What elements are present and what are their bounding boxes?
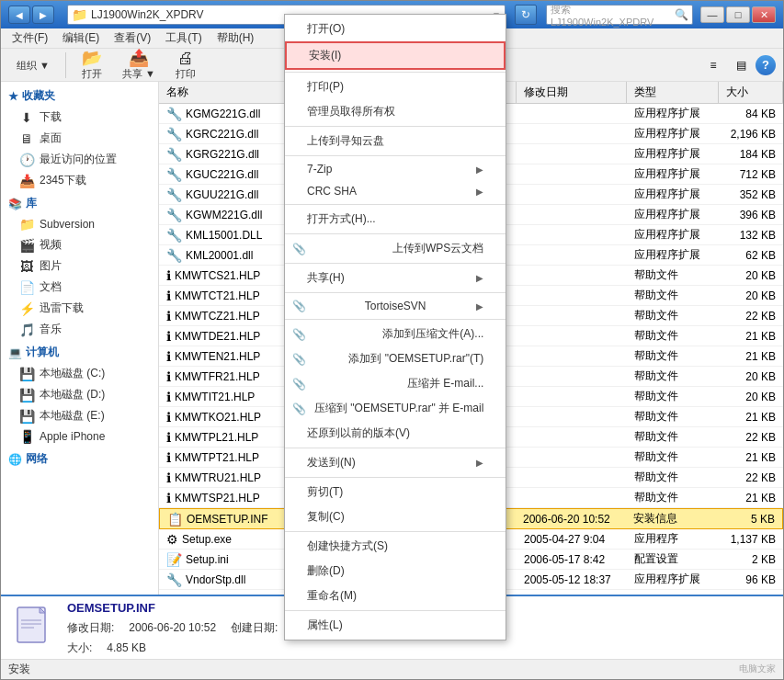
submenu-arrow-icon: ▶: [476, 187, 483, 197]
music-icon: 🎵: [19, 323, 34, 337]
open-button[interactable]: 📂 打开: [74, 47, 110, 84]
search-icon[interactable]: 🔍: [675, 8, 688, 21]
context-menu-item-18[interactable]: 复制(C): [285, 504, 506, 529]
sidebar-item-pictures[interactable]: 🖼 图片: [1, 255, 158, 277]
sidebar-item-2345[interactable]: 📥 2345下载: [1, 170, 158, 191]
pictures-icon: 🖼: [19, 259, 34, 274]
context-menu-item-21[interactable]: 重命名(M): [285, 584, 506, 608]
sidebar-item-drive-d[interactable]: 💾 本地磁盘 (D:): [1, 384, 158, 405]
file-size-cell: 96 KB: [719, 570, 783, 589]
file-name: KMWTKO21.HLP: [175, 411, 261, 424]
share-button[interactable]: 📤 共享 ▼: [114, 47, 164, 84]
file-name: KMWTSP21.HLP: [175, 492, 260, 504]
context-menu-item-15[interactable]: 还原到以前的版本(V): [285, 421, 506, 446]
sidebar-item-downloads[interactable]: ⬇ 下载: [1, 107, 158, 128]
ctx-item-icon: 📎: [292, 402, 311, 415]
file-type-cell: 帮助文件: [627, 468, 719, 487]
context-menu-item-16[interactable]: 发送到(N)▶: [285, 450, 506, 475]
file-size-cell: 20 KB: [719, 286, 783, 305]
file-type-icon: ℹ: [166, 369, 171, 384]
context-menu-item-1[interactable]: 安装(I): [285, 41, 506, 70]
refresh-button[interactable]: ↻: [515, 5, 537, 25]
context-menu-item-17[interactable]: 剪切(T): [285, 480, 506, 504]
minimize-button[interactable]: —: [700, 6, 724, 23]
menu-file[interactable]: 文件(F): [5, 28, 55, 48]
context-menu-item-12[interactable]: 📎添加到 "OEMSETUP.rar"(T): [285, 346, 506, 371]
maximize-button[interactable]: □: [726, 6, 750, 23]
context-menu-item-19[interactable]: 创建快捷方式(S): [285, 534, 506, 559]
print-button[interactable]: 🖨 打印: [167, 47, 204, 84]
sidebar-item-subversion[interactable]: 📁 Subversion: [1, 214, 158, 234]
file-date-cell: [517, 407, 627, 426]
file-name: KMWTCZ21.HLP: [175, 310, 260, 323]
context-menu-item-2[interactable]: 打印(P): [285, 74, 506, 99]
back-button[interactable]: ◀: [8, 6, 30, 24]
organize-button[interactable]: 组织 ▼: [8, 55, 58, 75]
iphone-icon: 📱: [19, 429, 34, 444]
sidebar-favorites-header[interactable]: ★ 收藏夹: [1, 85, 158, 107]
context-menu-item-3[interactable]: 管理员取得所有权: [285, 99, 506, 124]
context-menu-item-9[interactable]: 共享(H)▶: [285, 266, 506, 290]
menu-tools[interactable]: 工具(T): [158, 28, 209, 48]
context-menu-item-22[interactable]: 属性(L): [285, 613, 506, 638]
file-type-cell: 应用程序扩展: [627, 225, 719, 244]
file-type-cell: 应用程序扩展: [627, 164, 719, 184]
recent-icon: 🕐: [19, 153, 34, 167]
header-type[interactable]: 类型: [627, 82, 719, 103]
file-type-icon: 📋: [167, 512, 183, 527]
ctx-item-label: 打印(P): [307, 79, 344, 95]
file-size-cell: 712 KB: [719, 164, 783, 184]
sidebar-network-section: 🌐 网络: [1, 448, 158, 470]
sidebar-item-desktop[interactable]: 🖥 桌面: [1, 128, 158, 149]
view-details-button[interactable]: ▤: [728, 52, 754, 78]
ctx-item-label: 管理员取得所有权: [307, 104, 395, 119]
sidebar-item-thunder[interactable]: ⚡ 迅雷下载: [1, 298, 158, 319]
sidebar-item-documents[interactable]: 📄 文档: [1, 277, 158, 298]
forward-button[interactable]: ▶: [32, 6, 54, 24]
file-type-icon: ℹ: [166, 329, 171, 344]
sidebar-computer-header[interactable]: 💻 计算机: [1, 342, 158, 363]
menu-edit[interactable]: 编辑(E): [55, 28, 107, 48]
context-menu-item-10[interactable]: 📎TortoiseSVN▶: [285, 295, 506, 317]
context-menu-item-4[interactable]: 上传到寻知云盘: [285, 129, 506, 153]
file-name: KML15001.DLL: [186, 229, 262, 242]
file-size-cell: 21 KB: [719, 326, 783, 346]
context-menu-item-8[interactable]: 📎上传到WPS云文档: [285, 236, 506, 261]
context-menu-item-13[interactable]: 📎压缩并 E-mail...: [285, 371, 506, 396]
menu-view[interactable]: 查看(V): [107, 28, 158, 48]
file-size-cell: 2,196 KB: [719, 124, 783, 143]
sidebar-libraries-header[interactable]: 📚 库: [1, 193, 158, 214]
close-button[interactable]: ✕: [752, 6, 776, 23]
context-menu-item-5[interactable]: 7-Zip▶: [285, 158, 506, 180]
search-bar[interactable]: 搜索 LJ1900Win2K_XPDRV 🔍: [546, 5, 693, 25]
context-menu-item-14[interactable]: 📎压缩到 "OEMSETUP.rar" 并 E-mail: [285, 396, 506, 421]
header-date[interactable]: 修改日期: [517, 82, 627, 103]
header-size[interactable]: 大小: [719, 82, 783, 103]
sidebar-item-recent[interactable]: 🕐 最近访问的位置: [1, 149, 158, 170]
sidebar-item-drive-c[interactable]: 💾 本地磁盘 (C:): [1, 363, 158, 384]
size-label: 大小:: [67, 639, 92, 659]
ctx-item-label: 共享(H): [307, 270, 345, 286]
sidebar-item-music[interactable]: 🎵 音乐: [1, 319, 158, 340]
context-menu-item-0[interactable]: 打开(O): [285, 17, 506, 41]
help-button[interactable]: ?: [756, 55, 776, 75]
file-type-icon: ℹ: [166, 470, 171, 485]
context-menu-item-20[interactable]: 删除(D): [285, 559, 506, 584]
file-name: KMWTPT21.HLP: [175, 451, 259, 464]
sidebar-item-iphone[interactable]: 📱 Apple iPhone: [1, 426, 158, 447]
context-menu-item-11[interactable]: 📎添加到压缩文件(A)...: [285, 322, 506, 346]
file-type-cell: 帮助文件: [627, 488, 719, 507]
context-menu-item-7[interactable]: 打开方式(H)...: [285, 207, 506, 232]
menu-help[interactable]: 帮助(H): [210, 28, 262, 48]
file-type-icon: ℹ: [166, 289, 171, 303]
context-menu-item-6[interactable]: CRC SHA▶: [285, 180, 506, 202]
context-menu-separator: [285, 531, 506, 532]
view-list-button[interactable]: ≡: [700, 52, 726, 78]
ctx-item-label: 压缩并 E-mail...: [407, 376, 483, 391]
sidebar-network-header[interactable]: 🌐 网络: [1, 448, 158, 470]
sidebar-item-video[interactable]: 🎬 视频: [1, 234, 158, 255]
file-size-cell: 21 KB: [719, 346, 783, 366]
file-type-icon: ℹ: [166, 268, 171, 283]
sidebar-item-drive-e[interactable]: 💾 本地磁盘 (E:): [1, 405, 158, 426]
file-type-icon: ℹ: [166, 410, 171, 425]
